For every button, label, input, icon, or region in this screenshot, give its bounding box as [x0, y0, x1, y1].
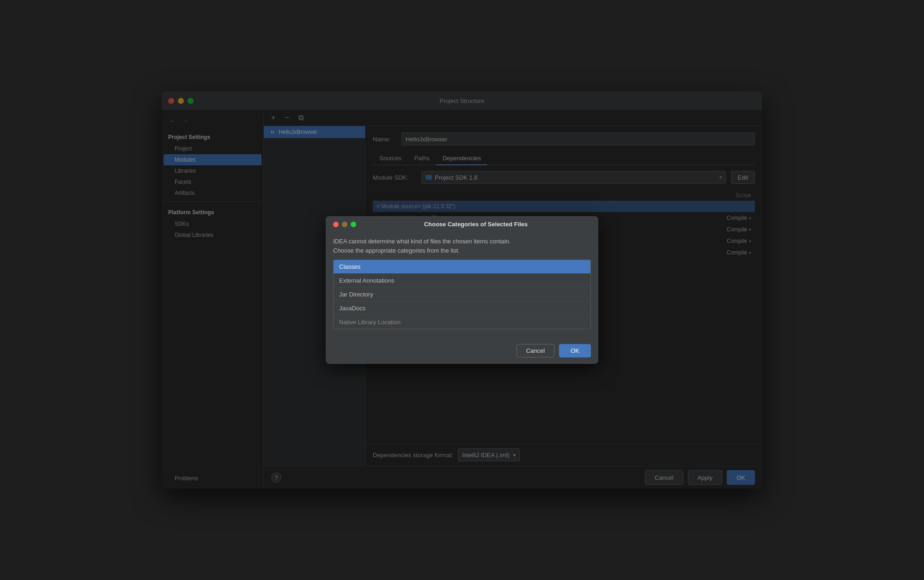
- modal-list-item-jar-directory[interactable]: Jar Directory: [334, 288, 590, 302]
- main-window: Project Structure ← → Project Settings P…: [162, 91, 762, 489]
- modal-close-button[interactable]: [333, 222, 339, 227]
- modal-footer: Cancel OK: [326, 340, 598, 364]
- modal-dialog: Choose Categories of Selected Files IDEA…: [326, 216, 598, 364]
- modal-list-item-javadocs[interactable]: JavaDocs: [334, 302, 590, 315]
- modal-list-item-native-library[interactable]: Native Library Location: [334, 315, 590, 329]
- modal-controls: [333, 222, 356, 227]
- modal-description: IDEA cannot determine what kind of files…: [333, 237, 591, 255]
- modal-cancel-button[interactable]: Cancel: [517, 344, 554, 357]
- modal-maximize-button[interactable]: [351, 222, 356, 227]
- modal-body: IDEA cannot determine what kind of files…: [326, 231, 598, 340]
- modal-ok-button[interactable]: OK: [559, 344, 591, 357]
- modal-title: Choose Categories of Selected Files: [361, 221, 591, 228]
- modal-overlay: Choose Categories of Selected Files IDEA…: [162, 91, 762, 489]
- modal-titlebar: Choose Categories of Selected Files: [326, 216, 598, 231]
- modal-list-item-classes[interactable]: Classes: [334, 260, 590, 274]
- modal-minimize-button[interactable]: [342, 222, 347, 227]
- modal-list-item-external-annotations[interactable]: External Annotations: [334, 274, 590, 288]
- modal-list: Classes External Annotations Jar Directo…: [333, 260, 591, 329]
